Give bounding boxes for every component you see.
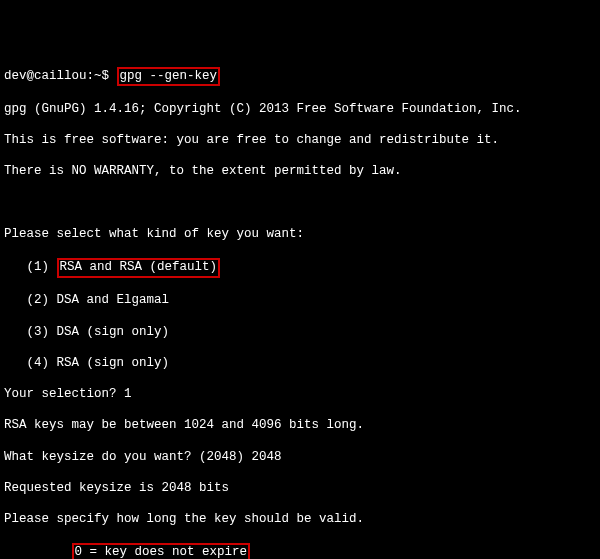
opt1-text: RSA and RSA (default) [60,260,218,274]
prompt-line: dev@caillou:~$ gpg --gen-key [4,67,596,87]
keytype-opt1: (1) RSA and RSA (default) [4,258,596,278]
keysize-prompt: What keysize do you want? (2048) 2048 [4,450,596,466]
keytype-opt3: (3) DSA (sign only) [4,325,596,341]
opt0-prefix [4,545,72,559]
header-line-1: gpg (GnuPG) 1.4.16; Copyright (C) 2013 F… [4,102,596,118]
opt0-text: 0 = key does not expire [75,545,248,559]
keytype-selection: Your selection? 1 [4,387,596,403]
prompt-userhost: dev@caillou:~$ [4,69,109,83]
command-text: gpg --gen-key [120,69,218,83]
keytype-opt4: (4) RSA (sign only) [4,356,596,372]
validity-opt0: 0 = key does not expire [4,543,596,559]
command-highlight: gpg --gen-key [117,67,221,87]
keytype-opt2: (2) DSA and Elgamal [4,293,596,309]
keysize-range: RSA keys may be between 1024 and 4096 bi… [4,418,596,434]
keytype-prompt: Please select what kind of key you want: [4,227,596,243]
header-line-3: There is NO WARRANTY, to the extent perm… [4,164,596,180]
opt1-prefix: (1) [4,260,57,274]
validity-prompt: Please specify how long the key should b… [4,512,596,528]
keysize-confirm: Requested keysize is 2048 bits [4,481,596,497]
opt1-highlight: RSA and RSA (default) [57,258,221,278]
header-line-2: This is free software: you are free to c… [4,133,596,149]
blank-line [4,196,596,212]
opt0-highlight: 0 = key does not expire [72,543,251,559]
